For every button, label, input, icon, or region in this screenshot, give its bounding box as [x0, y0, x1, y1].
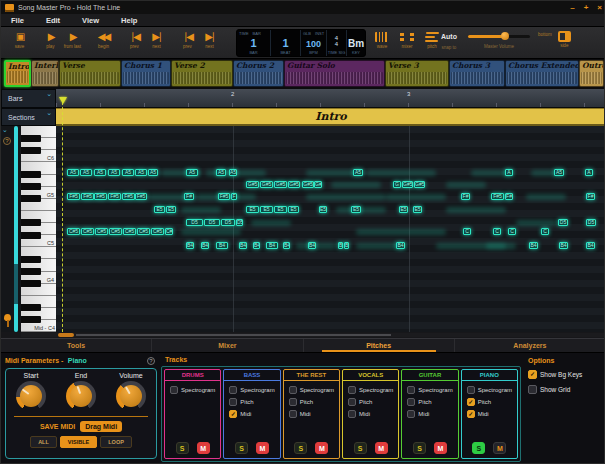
midi-note[interactable]: C#5 [137, 228, 150, 235]
playhead-marker[interactable] [59, 97, 67, 104]
tab-pitches[interactable]: Pitches [304, 339, 455, 352]
spectrogram-checkbox[interactable] [170, 386, 178, 394]
midi-note[interactable]: G#5 [414, 181, 425, 188]
black-key[interactable] [21, 219, 41, 226]
solo-button[interactable]: S [294, 442, 307, 454]
song-section-intro[interactable]: Intro [4, 60, 31, 87]
midi-note[interactable]: F#5 [67, 193, 80, 200]
check-row-spectrogram[interactable]: Spectrogram [229, 386, 279, 394]
midi-note[interactable]: A5 [216, 169, 226, 176]
midi-note[interactable]: E5 [154, 206, 165, 213]
midi-note[interactable]: F#5 [81, 193, 94, 200]
spectrogram-checkbox[interactable] [467, 386, 475, 394]
pitch-checkbox[interactable] [289, 398, 297, 406]
midi-checkbox[interactable] [348, 410, 356, 418]
playhead-line[interactable] [62, 97, 63, 332]
solo-button[interactable]: S [176, 442, 189, 454]
midi-note[interactable]: A5 [353, 169, 363, 176]
solo-button[interactable]: S [413, 442, 426, 454]
midi-note[interactable]: B4 [344, 242, 349, 249]
midi-note[interactable]: F#5 [135, 193, 147, 200]
scope-all-button[interactable]: ALL [30, 436, 57, 448]
midi-note[interactable]: F# [461, 193, 470, 200]
solo-button[interactable]: S [472, 442, 485, 454]
song-section-verse-2[interactable]: Verse 2 [171, 60, 233, 87]
mixer-button[interactable]: mixer [398, 31, 416, 49]
song-section-interlude[interactable]: Interlude [31, 60, 59, 87]
midi-note[interactable]: A5 [122, 169, 134, 176]
midi-note[interactable]: G#5 [274, 181, 287, 188]
midi-note[interactable]: C [508, 228, 516, 235]
song-section-chorus-2[interactable]: Chorus 2 [233, 60, 284, 87]
midi-note[interactable]: G#5 [302, 181, 314, 188]
midi-note[interactable]: C#5 [123, 228, 136, 235]
horizontal-scrollbar[interactable] [21, 333, 605, 337]
master-volume-slider[interactable] [468, 35, 530, 38]
midi-note[interactable]: B4 [186, 242, 194, 249]
midi-note[interactable]: E5 [351, 206, 361, 213]
check-row-spectrogram[interactable]: Spectrogram [170, 386, 220, 394]
midi-note[interactable]: G [393, 181, 401, 188]
midi-note[interactable]: G#5 [402, 181, 413, 188]
option-checkbox[interactable] [528, 385, 537, 394]
midi-note[interactable]: B4 [239, 242, 247, 249]
piano-roll[interactable]: A5A5A5A5A5A5A5A5A5A5A5AA5AG#5G#5G#5G#5G#… [56, 126, 605, 332]
check-row-pitch[interactable]: Pitch [229, 398, 279, 406]
spectrogram-checkbox[interactable] [229, 386, 237, 394]
knob-dial[interactable] [116, 381, 146, 411]
midi-note[interactable]: B4 [253, 242, 260, 249]
menu-item-help[interactable]: Help [121, 16, 137, 25]
dock-side-button[interactable]: side [558, 31, 571, 48]
midi-note[interactable]: G# [314, 181, 322, 188]
song-section-verse-3[interactable]: Verse 3 [385, 60, 449, 87]
black-key[interactable] [21, 195, 41, 202]
midi-note[interactable]: B4 [266, 242, 278, 249]
black-key[interactable] [21, 316, 41, 323]
scope-loop-button[interactable]: LOOP [100, 436, 132, 448]
help-icon[interactable]: ? [147, 357, 155, 365]
maximize-button[interactable]: + [584, 1, 589, 14]
midi-note[interactable]: A5 [554, 169, 564, 176]
mute-button[interactable]: M [315, 442, 328, 454]
midi-checkbox[interactable] [289, 410, 297, 418]
range-strip-handle[interactable] [14, 264, 18, 304]
spectrogram-checkbox[interactable] [348, 386, 356, 394]
midi-note[interactable]: G#5 [246, 181, 259, 188]
midi-note[interactable]: F# [505, 193, 513, 200]
black-key[interactable] [21, 256, 41, 263]
display-tab-bar[interactable]: BAR [253, 31, 261, 36]
song-section-outro[interactable]: Outro [579, 60, 604, 87]
pitch-checkbox[interactable] [229, 398, 237, 406]
midi-note[interactable]: C [541, 228, 549, 235]
save-button[interactable]: ▣save [9, 30, 30, 49]
check-row-pitch[interactable]: Pitch [348, 398, 398, 406]
song-section-chorus-1[interactable]: Chorus 1 [121, 60, 171, 87]
midi-note[interactable]: D5 [236, 219, 243, 226]
midi-note[interactable]: B4 [201, 242, 209, 249]
black-key[interactable] [21, 147, 41, 154]
midi-note[interactable]: B4 [559, 242, 568, 249]
midi-note[interactable]: A5 [67, 169, 79, 176]
option-checkbox[interactable]: ✓ [528, 370, 537, 379]
midi-note[interactable]: E5 [274, 206, 287, 213]
midi-note[interactable]: B4 [338, 242, 343, 249]
drag-midi-button[interactable]: Drag Midi [80, 421, 122, 432]
next-beat-button[interactable]: ▶∣next [199, 30, 220, 49]
black-key[interactable] [21, 268, 41, 275]
midi-checkbox[interactable]: ✓ [229, 410, 237, 418]
midi-note[interactable]: F#5 [94, 193, 107, 200]
close-button[interactable]: × [597, 1, 602, 14]
black-key[interactable] [21, 171, 41, 178]
midi-note[interactable]: A [585, 169, 593, 176]
midi-note[interactable]: F#5 [491, 193, 504, 200]
pitch-checkbox[interactable] [348, 398, 356, 406]
midi-note[interactable]: A [505, 169, 513, 176]
knob-dial[interactable] [66, 381, 96, 411]
spectrogram-checkbox[interactable] [407, 386, 415, 394]
midi-note[interactable]: B4 [283, 242, 290, 249]
display-tab-inst[interactable]: INST [315, 31, 324, 36]
midi-note[interactable]: E5 [166, 206, 176, 213]
midi-note[interactable]: F#5 [218, 193, 230, 200]
midi-note[interactable]: C#5 [67, 228, 80, 235]
midi-note[interactable]: E5 [288, 206, 299, 213]
